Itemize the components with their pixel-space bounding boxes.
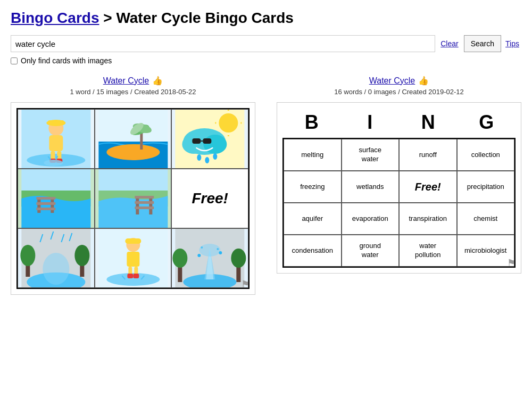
svg-point-81 [217, 248, 219, 250]
card2-cell-3: collection [457, 139, 515, 171]
card1-title: Water Cycle 👍 [103, 76, 163, 86]
svg-point-79 [219, 251, 222, 254]
cards-container: Water Cycle 👍 1 word / 15 images / Creat… [11, 76, 521, 295]
svg-point-80 [201, 246, 203, 249]
card2-grid: melting surfacewater runoff collection f… [282, 138, 516, 268]
card2-meta: 16 words / 0 images / Created 2019-02-12 [334, 88, 464, 96]
card1-cell-5 [95, 169, 172, 228]
svg-rect-68 [133, 274, 139, 278]
card2-cell-8: aquifer [284, 203, 342, 235]
svg-rect-39 [36, 197, 55, 200]
breadcrumb-link[interactable]: Bingo Cards [11, 10, 99, 26]
card2-thumbup-icon[interactable]: 👍 [418, 76, 429, 86]
card2-header-i: I [341, 108, 400, 137]
card1-column: Water Cycle 👍 1 word / 15 images / Creat… [11, 76, 255, 295]
images-only-row: Only find cards with images [11, 56, 521, 65]
card2-cell-9: evaporation [342, 203, 400, 235]
card2-cell-14: waterpollution [399, 235, 457, 267]
card2-cell-7: precipitation [457, 171, 515, 203]
svg-rect-45 [149, 196, 152, 214]
svg-point-75 [231, 249, 246, 268]
svg-point-32 [197, 154, 202, 161]
svg-rect-5 [49, 135, 63, 151]
svg-point-78 [198, 254, 201, 257]
svg-rect-29 [193, 138, 201, 144]
card1-cell-7 [18, 228, 95, 288]
svg-rect-46 [135, 196, 154, 199]
svg-rect-48 [135, 206, 154, 209]
card2-cell-5: wetlands [342, 171, 400, 203]
svg-rect-4 [48, 120, 64, 125]
card2-cell-12: condensation [284, 235, 342, 267]
card2-cell-free: Free! [399, 171, 457, 203]
card2-header-n: N [399, 108, 458, 137]
card1-grid: Free! [16, 108, 250, 289]
card2-title: Water Cycle 👍 [369, 76, 429, 86]
card2-cell-13: groundwater [342, 235, 400, 267]
svg-rect-40 [36, 202, 55, 205]
svg-point-55 [74, 245, 89, 266]
search-bar: Clear Search Tips [11, 35, 521, 52]
card2-header-g: G [458, 108, 516, 137]
card2-column: Water Cycle 👍 16 words / 0 images / Crea… [277, 76, 521, 295]
card2-flag-icon[interactable]: ⚑ [507, 257, 516, 269]
card1-cell-9 [171, 228, 248, 288]
card1-cell-free: Free! [171, 169, 248, 228]
card1-cell-4 [18, 169, 95, 228]
svg-point-15 [106, 144, 160, 160]
svg-point-53 [20, 245, 35, 266]
card1-link[interactable]: Water Cycle [103, 76, 149, 86]
svg-rect-63 [125, 238, 141, 244]
breadcrumb-separator: > [103, 10, 116, 26]
svg-point-34 [213, 153, 218, 160]
card2-link[interactable]: Water Cycle [369, 76, 415, 86]
card2-cell-2: runoff [399, 139, 457, 171]
card2-cell-0: melting [284, 139, 342, 171]
svg-point-10 [44, 160, 63, 166]
card1-wrapper: Free! [11, 102, 255, 295]
card2-header: B I N G [282, 108, 516, 137]
images-only-label: Only find cards with images [21, 56, 112, 65]
images-only-checkbox[interactable] [11, 57, 18, 64]
card1-thumbup-icon[interactable]: 👍 [152, 76, 163, 86]
search-input[interactable] [11, 35, 435, 52]
card2-cell-4: freezing [284, 171, 342, 203]
breadcrumb: Bingo Cards > Water Cycle Bingo Cards [11, 10, 521, 27]
card1-cell-3 [171, 109, 248, 169]
svg-rect-30 [203, 138, 212, 144]
card1-free-text: Free! [192, 190, 228, 207]
card2-wrapper: B I N G melting surfacewater runoff coll… [277, 102, 521, 274]
svg-rect-64 [127, 252, 139, 267]
card1-meta: 1 word / 15 images / Created 2018-05-22 [70, 88, 196, 96]
svg-rect-44 [136, 196, 139, 214]
breadcrumb-current: Water Cycle Bingo Cards [116, 10, 293, 26]
svg-point-73 [173, 249, 188, 268]
svg-rect-47 [135, 201, 154, 204]
card2-cell-10: transpiration [399, 203, 457, 235]
search-button[interactable]: Search [464, 35, 501, 52]
svg-point-21 [219, 113, 238, 133]
svg-point-51 [43, 253, 69, 285]
card1-cell-2 [95, 109, 172, 169]
svg-rect-41 [36, 208, 55, 210]
card1-cell-8 [95, 228, 172, 288]
card1-flag-icon[interactable]: ⚑ [241, 278, 250, 290]
card2-cell-1: surfacewater [342, 139, 400, 171]
clear-button[interactable]: Clear [437, 39, 461, 48]
card1-cell-1 [18, 109, 95, 169]
card2-cell-15: microbiologist [457, 235, 515, 267]
card2-cell-11: chemist [457, 203, 515, 235]
tips-link[interactable]: Tips [503, 39, 521, 48]
svg-point-61 [106, 273, 160, 286]
svg-point-77 [200, 244, 221, 257]
card2-header-b: B [282, 108, 341, 137]
svg-rect-67 [127, 274, 133, 278]
svg-point-33 [205, 157, 210, 163]
